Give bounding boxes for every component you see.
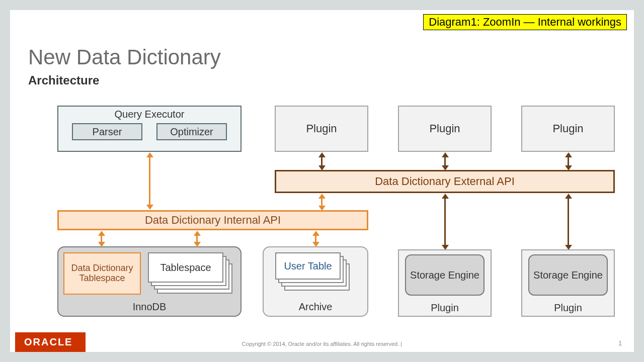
external-api-box: Data Dictionary External API bbox=[275, 170, 615, 193]
storage-engine-1: Storage Engine bbox=[405, 254, 485, 296]
tablespace-box: Tablespace bbox=[148, 252, 223, 283]
plugin-top-3: Plugin bbox=[521, 106, 615, 152]
archive-label: Archive bbox=[299, 301, 333, 313]
arrow-extapi-intapi bbox=[321, 198, 323, 206]
archive-container: User Table Archive bbox=[263, 246, 368, 317]
arrow-extapi-se1 bbox=[444, 198, 446, 245]
optimizer-box: Optimizer bbox=[156, 123, 227, 140]
dd-tablespace-box: Data Dictionary Tablespace bbox=[63, 252, 141, 295]
plugin-container-1: Storage Engine Plugin bbox=[398, 249, 492, 317]
arrow-plugin3-extapi bbox=[568, 157, 569, 166]
arrow-plugin1-extapi bbox=[321, 157, 323, 166]
diagram-badge: Diagram1: ZoomIn — Internal workings bbox=[423, 14, 627, 30]
innodb-label: InnoDB bbox=[133, 301, 167, 313]
arrow-qexec-intapi bbox=[149, 157, 150, 205]
plugin-label-1: Plugin bbox=[431, 302, 459, 314]
slide: Diagram1: ZoomIn — Internal workings New… bbox=[10, 10, 634, 352]
arrow-intapi-tablespace bbox=[196, 235, 198, 242]
query-executor-label: Query Executor bbox=[115, 109, 185, 120]
copyright-text: Copyright © 2014, Oracle and/or its affi… bbox=[10, 341, 634, 347]
arrow-intapi-archive bbox=[315, 235, 316, 242]
tablespace-stack: Tablespace bbox=[148, 252, 233, 295]
plugin-top-2: Plugin bbox=[398, 106, 492, 152]
internal-api-box: Data Dictionary Internal API bbox=[57, 210, 368, 230]
page-number: 1 bbox=[618, 340, 622, 347]
arrow-extapi-se2 bbox=[568, 198, 569, 245]
query-executor-box: Query Executor Parser Optimizer bbox=[57, 106, 242, 152]
storage-engine-2: Storage Engine bbox=[528, 254, 608, 296]
plugin-top-1: Plugin bbox=[275, 106, 368, 152]
plugin-label-2: Plugin bbox=[554, 302, 582, 314]
slide-title: New Data Dictionary bbox=[28, 45, 221, 69]
user-table-box: User Table bbox=[275, 252, 341, 280]
innodb-container: Data Dictionary Tablespace Tablespace In… bbox=[57, 246, 242, 317]
slide-subtitle: Architecture bbox=[28, 73, 99, 87]
arrow-intapi-ddts bbox=[101, 235, 102, 242]
arrow-plugin2-extapi bbox=[444, 157, 446, 166]
parser-box: Parser bbox=[72, 123, 142, 140]
user-table-stack: User Table bbox=[275, 252, 356, 295]
plugin-container-2: Storage Engine Plugin bbox=[521, 249, 615, 317]
